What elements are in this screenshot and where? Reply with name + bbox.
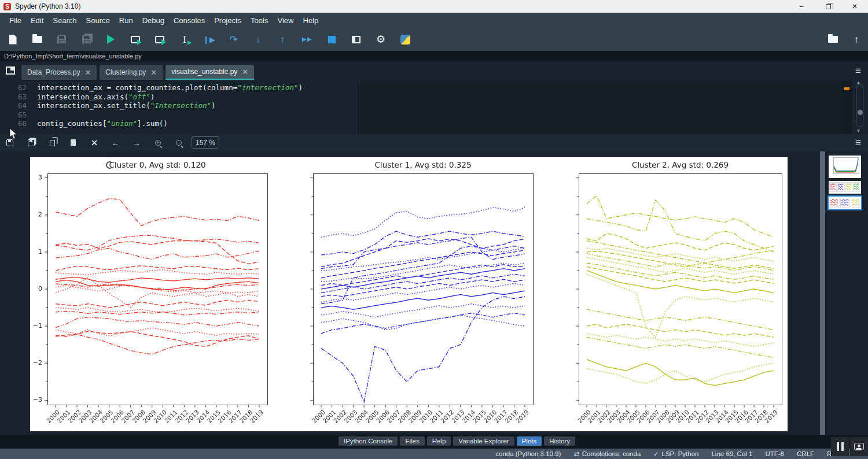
next-plot-button[interactable]: → — [129, 136, 144, 150]
line-number: 66 — [0, 119, 27, 128]
code-editor[interactable]: ▲ ▼ 62intersection_ax = contig_counties.… — [0, 81, 868, 134]
completions-label: Completions: conda — [582, 450, 641, 457]
previous-plot-icon: ← — [112, 138, 120, 147]
continue-button[interactable]: ▶▶ — [299, 31, 315, 47]
debug-file-button[interactable]: ❙▶ — [201, 31, 217, 47]
line-text: contig_counties["union"].sum() — [27, 119, 168, 128]
lsp-label: LSP: Python — [662, 450, 699, 457]
zoom-in-button[interactable]: + — [150, 136, 165, 150]
figure-canvas-card — [30, 157, 788, 431]
zoom-out-button[interactable]: − — [171, 136, 186, 150]
zoom-out-icon: − — [176, 140, 182, 146]
arrow-up-icon: ↑ — [854, 35, 859, 45]
run-file-icon — [107, 35, 115, 44]
line-number: 65 — [0, 110, 27, 120]
menu-view[interactable]: View — [273, 14, 298, 27]
copy-plot-button[interactable] — [45, 136, 60, 150]
step-into-button[interactable]: ↓ — [250, 31, 266, 47]
minimize-button[interactable]: – — [788, 0, 815, 13]
editor-tab-clustering-py[interactable]: Clustering.py✕ — [100, 65, 163, 80]
save-all-button[interactable] — [78, 31, 94, 47]
thumbnail-distribution-plot[interactable] — [829, 156, 861, 178]
copy-plot-icon — [50, 140, 55, 146]
menu-edit[interactable]: Edit — [26, 14, 48, 27]
menu-search[interactable]: Search — [48, 14, 81, 27]
menu-debug[interactable]: Debug — [138, 14, 169, 27]
run-cell-button[interactable] — [127, 31, 144, 47]
pane-tab-plots[interactable]: Plots — [517, 436, 542, 446]
maximize-pane-button[interactable] — [348, 31, 365, 47]
tab-label: Data_Process.py — [27, 68, 80, 76]
menu-run[interactable]: Run — [115, 14, 138, 27]
close-icon[interactable]: ✕ — [84, 68, 91, 77]
line-text: intersection_ax.axis("off") — [27, 92, 155, 102]
menu-help[interactable]: Help — [298, 14, 323, 27]
close-icon[interactable]: ✕ — [242, 68, 248, 76]
screenshot-button[interactable] — [850, 437, 868, 456]
editor-options-menu-icon[interactable]: ≡ — [855, 65, 861, 77]
run-selection-button[interactable]: I — [176, 31, 193, 47]
menu-consoles[interactable]: Consoles — [169, 14, 209, 27]
remove-all-plots-button[interactable]: ✕ — [87, 136, 102, 150]
editor-tab-data_process-py[interactable]: Data_Process.py✕ — [21, 65, 97, 80]
python-path-manager-button[interactable] — [397, 31, 413, 47]
menu-tools[interactable]: Tools — [246, 14, 273, 27]
thumbnail-cluster-grid-3[interactable] — [829, 197, 861, 209]
editor-scrollbar[interactable]: ▲ ▼ — [855, 81, 865, 134]
open-file-button[interactable] — [29, 31, 45, 47]
step-over-button[interactable]: ↷ — [226, 31, 242, 47]
save-all-plots-button[interactable] — [24, 136, 39, 150]
remove-plot-button[interactable] — [66, 136, 81, 150]
plots-splitter-handle[interactable] — [820, 151, 825, 435]
run-file-button[interactable] — [103, 31, 119, 47]
editor-tab-bar: Data_Process.py✕Clustering.py✕visualise_… — [0, 61, 868, 81]
image-icon — [854, 443, 864, 450]
run-cell-advance-button[interactable] — [152, 31, 168, 47]
menu-projects[interactable]: Projects — [209, 14, 246, 27]
window-title: Spyder (Python 3.10) — [15, 2, 80, 10]
save-button[interactable] — [54, 31, 70, 47]
completions-status[interactable]: ⇄ Completions: conda — [573, 450, 641, 458]
lsp-status[interactable]: ✓ LSP: Python — [653, 450, 698, 458]
new-file-button[interactable] — [5, 31, 21, 47]
pane-tab-variable-explorer[interactable]: Variable Explorer — [453, 436, 514, 446]
scrollbar-track[interactable] — [856, 84, 863, 127]
close-icon[interactable]: ✕ — [150, 68, 157, 77]
plots-options-menu-icon[interactable]: ≡ — [855, 137, 861, 149]
parent-directory-button[interactable]: ↑ — [848, 31, 865, 47]
save-all-icon — [82, 35, 91, 44]
menu-source[interactable]: Source — [82, 14, 115, 27]
line-number: 63 — [0, 92, 27, 102]
zoom-level-indicator: 157 % — [192, 136, 219, 149]
pane-tab-ipython-console[interactable]: IPython Console — [339, 436, 398, 446]
preferences-wrench-button[interactable]: ⚙ — [373, 31, 389, 47]
browse-tabs-icon[interactable] — [6, 66, 15, 75]
warning-flag[interactable] — [844, 87, 849, 90]
step-return-button[interactable]: ↑ — [274, 31, 290, 47]
stop-button[interactable] — [323, 31, 340, 47]
maximize-pane-icon — [352, 36, 361, 43]
editor-tab-visualise_unstable-py[interactable]: visualise_unstable.py✕ — [165, 65, 254, 80]
previous-plot-button[interactable]: ← — [108, 136, 123, 150]
mouse-cursor — [9, 128, 17, 140]
step-into-icon: ↓ — [256, 35, 261, 45]
code-line-62[interactable]: 62intersection_ax = contig_counties.plot… — [0, 83, 303, 92]
menu-file[interactable]: File — [5, 14, 26, 27]
pane-tab-help[interactable]: Help — [427, 436, 451, 446]
code-line-65[interactable]: 65 — [0, 110, 37, 120]
scroll-down-icon[interactable]: ▼ — [857, 128, 860, 134]
pane-tab-history[interactable]: History — [544, 436, 575, 446]
restore-button[interactable] — [815, 0, 841, 13]
pause-button[interactable] — [831, 437, 849, 456]
close-button[interactable]: ✕ — [841, 0, 868, 13]
remove-all-plots-icon: ✕ — [91, 138, 98, 147]
code-line-63[interactable]: 63intersection_ax.axis("off") — [0, 92, 155, 102]
code-line-64[interactable]: 64intersection_ax.set_title("Intersectio… — [0, 101, 216, 110]
interpreter-status[interactable]: conda (Python 3.10.9) — [495, 450, 561, 457]
code-line-66[interactable]: 66contig_counties["union"].sum() — [0, 119, 168, 128]
browse-working-directory-button[interactable] — [825, 31, 841, 47]
pane-tab-files[interactable]: Files — [400, 436, 424, 446]
scrollbar-thumb[interactable] — [858, 110, 863, 115]
thumbnail-cluster-grid-4[interactable] — [829, 181, 861, 194]
file-path-bar: D:\Python_Imp\Short_term\visualise_unsta… — [0, 51, 868, 61]
